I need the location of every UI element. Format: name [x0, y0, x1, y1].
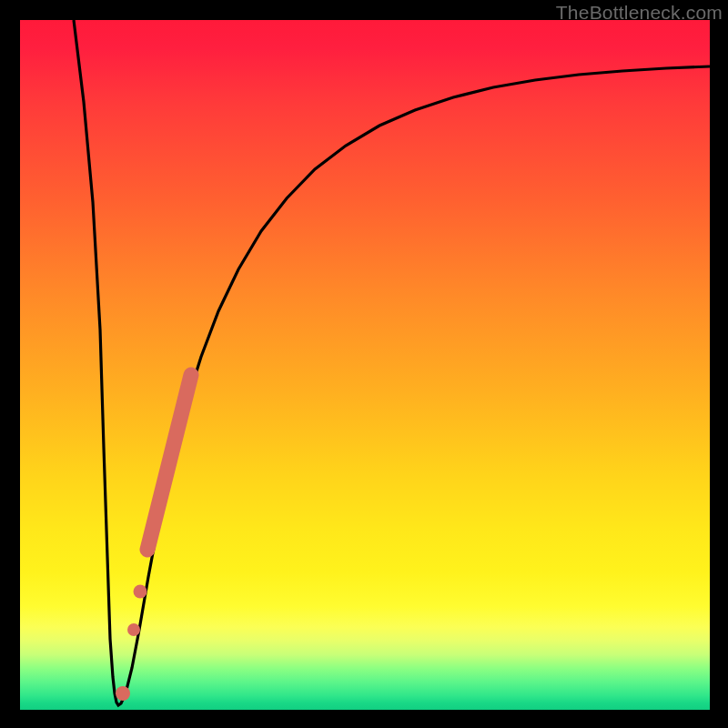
- marker-segment: [147, 375, 191, 550]
- marker-dot-3: [134, 585, 147, 599]
- chart-frame: TheBottleneck.com: [0, 0, 728, 728]
- marker-dot-1: [116, 686, 130, 701]
- curve-layer: [20, 20, 710, 710]
- bottleneck-curve: [74, 20, 710, 705]
- watermark-text: TheBottleneck.com: [556, 2, 723, 24]
- marker-dot-2: [127, 623, 140, 636]
- plot-area: [20, 20, 710, 710]
